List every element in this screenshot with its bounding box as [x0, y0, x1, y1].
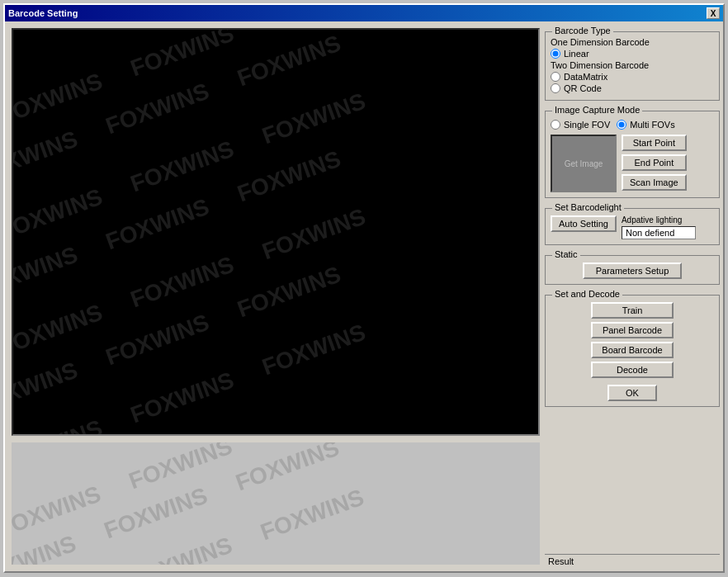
barcodelight-label: Set Barcodelight — [552, 202, 624, 212]
content-area: FOXWINS FOXWINS FOXWINS FOXWINS FOXWINS … — [5, 21, 723, 571]
main-window: Barcode Setting X FOXWINS FOXWINS FOXWIN… — [3, 3, 725, 573]
end-point-button[interactable]: End Point — [622, 154, 687, 171]
get-image-button[interactable]: Get Image — [565, 159, 603, 168]
qr-row: QR Code — [551, 83, 714, 93]
barcodelight-row: Auto Setting Adpative lighting Non defie… — [551, 215, 714, 239]
watermark: FOXWINS FOXWINS FOXWINS — [13, 204, 369, 362]
image-preview: Get Image — [551, 135, 617, 192]
set-decode-label: Set and Decode — [552, 289, 622, 299]
image-capture-label: Image Capture Mode — [552, 105, 642, 115]
single-fov-radio[interactable] — [551, 120, 560, 130]
datamatrix-label: DataMatrix — [564, 72, 607, 82]
decode-button[interactable]: Decode — [591, 362, 674, 378]
watermark: FOXWINS FOXWINS FOXWINS — [13, 88, 369, 246]
camera-area: FOXWINS FOXWINS FOXWINS FOXWINS FOXWINS … — [5, 21, 541, 571]
set-decode-section: Train Panel Barcode Board Barcode Decode… — [551, 302, 714, 401]
auto-setting-button[interactable]: Auto Setting — [551, 215, 617, 232]
ok-button[interactable]: OK — [607, 385, 657, 401]
watermark: FOXWINS FOXWINS FOXWINS — [13, 30, 369, 130]
adpative-label: Adpative lighting — [622, 215, 696, 225]
result-area: Result — [545, 554, 720, 568]
watermark: FOXWINS FOXWINS FOXWINS — [13, 319, 369, 434]
image-controls-row: Get Image Start Point End Point Scan Ima… — [551, 135, 714, 192]
start-point-button[interactable]: Start Point — [622, 135, 687, 151]
watermark: FOXWINS FOXWINS FOXWINS — [13, 146, 344, 304]
linear-radio[interactable] — [551, 49, 560, 59]
barcode-type-group: Barcode Type One Dimension Barcode Linea… — [545, 31, 720, 101]
static-section: Parameters Setup — [551, 262, 714, 279]
result-bar: Result — [545, 554, 720, 568]
set-decode-group: Set and Decode Train Panel Barcode Board… — [545, 295, 720, 407]
datamatrix-row: DataMatrix — [551, 72, 714, 82]
camera-view: FOXWINS FOXWINS FOXWINS FOXWINS FOXWINS … — [12, 28, 540, 436]
multi-fov-row: Multi FOVs — [617, 120, 674, 130]
barcode-type-label: Barcode Type — [552, 26, 613, 35]
single-fov-row: Single FOV — [551, 120, 610, 130]
controls-panel: Barcode Type One Dimension Barcode Linea… — [541, 21, 723, 571]
linear-label: Linear — [564, 49, 589, 59]
watermark-gray: FOXWINS FOXWINS FOXWINS — [12, 442, 367, 542]
title-bar: Barcode Setting X — [5, 5, 723, 21]
parameters-setup-button[interactable]: Parameters Setup — [583, 262, 682, 279]
close-button[interactable]: X — [707, 7, 720, 19]
image-capture-group: Image Capture Mode Single FOV Multi FOVs… — [545, 111, 720, 198]
qr-label: QR Code — [564, 83, 602, 93]
panel-barcode-button[interactable]: Panel Barcode — [591, 322, 674, 338]
image-buttons: Start Point End Point Scan Image — [622, 135, 687, 192]
window-title: Barcode Setting — [8, 8, 78, 18]
two-dim-label: Two Dimension Barcode — [551, 60, 714, 70]
fov-radio-row: Single FOV Multi FOVs — [551, 118, 714, 131]
train-button[interactable]: Train — [591, 302, 674, 319]
static-label: Static — [552, 249, 580, 259]
one-dim-label: One Dimension Barcode — [551, 37, 714, 47]
qr-radio[interactable] — [551, 83, 560, 93]
watermark-container: FOXWINS FOXWINS FOXWINS FOXWINS FOXWINS … — [13, 30, 538, 434]
watermark: FOXWINS FOXWINS FOXWINS — [13, 262, 344, 419]
scan-image-button[interactable]: Scan Image — [622, 174, 687, 191]
gray-lower-area: FOXWINS FOXWINS FOXWINS FOXWINS FOXWINS … — [12, 442, 540, 565]
static-group: Static Parameters Setup — [545, 255, 720, 285]
barcodelight-group: Set Barcodelight Auto Setting Adpative l… — [545, 208, 720, 245]
lighting-dropdown[interactable]: Non defiend — [622, 226, 696, 239]
single-fov-label: Single FOV — [564, 120, 610, 130]
watermark-gray: FOXWINS FOXWINS FOXWINS — [12, 442, 343, 565]
result-label: Result — [548, 556, 574, 566]
adpative-box: Adpative lighting Non defiend — [622, 215, 696, 239]
multi-fov-radio[interactable] — [617, 120, 626, 130]
watermark: FOXWINS FOXWINS FOXWINS — [13, 31, 344, 188]
linear-row: Linear — [551, 49, 714, 59]
multi-fov-label: Multi FOVs — [630, 120, 674, 130]
datamatrix-radio[interactable] — [551, 72, 560, 82]
watermark-container-2: FOXWINS FOXWINS FOXWINS FOXWINS FOXWINS … — [12, 442, 540, 565]
ok-row: OK — [607, 385, 657, 401]
watermark-gray: FOXWINS FOXWINS FOXWINS — [12, 484, 367, 565]
board-barcode-button[interactable]: Board Barcode — [591, 342, 674, 358]
